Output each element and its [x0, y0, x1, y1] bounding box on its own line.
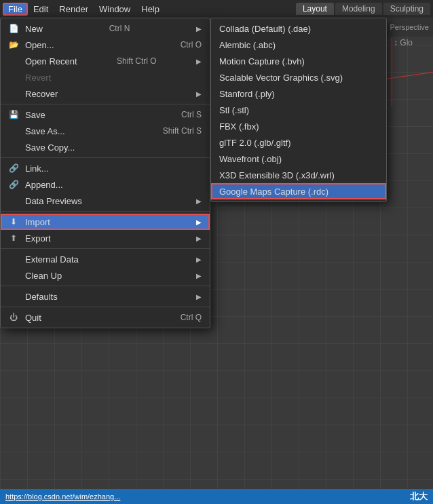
- import-alembic[interactable]: Alembic (.abc): [211, 37, 386, 53]
- status-bar: https://blog.csdn.net/wim/ezhang... 北大: [0, 489, 433, 504]
- separator-5: [1, 286, 210, 286]
- menu-file[interactable]: File: [3, 3, 28, 16]
- menu-item-defaults[interactable]: Defaults ▶: [1, 288, 210, 305]
- menu-item-revert[interactable]: Revert: [1, 69, 210, 85]
- separator-4: [1, 248, 210, 249]
- menu-help[interactable]: Help: [136, 3, 165, 16]
- menu-item-quit[interactable]: ⏻ Quit Ctrl Q: [1, 309, 210, 326]
- import-stl[interactable]: Stl (.stl): [211, 102, 386, 118]
- menu-item-export[interactable]: ⬆ Export ▶: [1, 230, 210, 246]
- menu-item-save-copy[interactable]: Save Copy...: [1, 139, 210, 155]
- import-google-maps[interactable]: Google Maps Capture (.rdc): [211, 183, 386, 199]
- import-x3d[interactable]: X3D Extensible 3D (.x3d/.wrl): [211, 167, 386, 183]
- doc-new-icon: 📄: [6, 24, 21, 33]
- menu-item-clean-up[interactable]: Clean Up ▶: [1, 267, 210, 284]
- import-icon: ⬇: [6, 217, 21, 227]
- separator-1: [1, 104, 210, 104]
- tab-sculpting[interactable]: Sculpting: [383, 3, 430, 15]
- import-submenu: Collada (Default) (.dae) Alembic (.abc) …: [210, 18, 387, 202]
- import-collada[interactable]: Collada (Default) (.dae): [211, 20, 386, 37]
- import-gltf[interactable]: glTF 2.0 (.glb/.gltf): [211, 134, 386, 151]
- import-fbx[interactable]: FBX (.fbx): [211, 118, 386, 134]
- menu-item-data-previews[interactable]: Data Previews ▶: [1, 193, 210, 209]
- menu-item-open-recent[interactable]: Open Recent Shift Ctrl O ▶: [1, 53, 210, 69]
- global-orientation-label: ↕ Glo: [394, 38, 413, 47]
- tab-modeling[interactable]: Modeling: [335, 3, 382, 15]
- red-line-vertical: [392, 38, 392, 106]
- save-icon: 💾: [6, 110, 21, 119]
- separator-3: [1, 211, 210, 212]
- watermark: 北大: [410, 490, 428, 503]
- status-bar-url[interactable]: https://blog.csdn.net/wim/ezhang...: [5, 492, 120, 501]
- import-svg[interactable]: Scalable Vector Graphics (.svg): [211, 69, 386, 85]
- menu-item-recover[interactable]: Recover ▶: [1, 85, 210, 102]
- menu-item-save-as[interactable]: Save As... Shift Ctrl S: [1, 123, 210, 139]
- menu-item-new[interactable]: 📄 New Ctrl N ▶: [1, 20, 210, 37]
- import-stanford[interactable]: Stanford (.ply): [211, 85, 386, 102]
- menu-item-append[interactable]: 🔗 Append...: [1, 176, 210, 193]
- menu-item-external-data[interactable]: External Data ▶: [1, 251, 210, 267]
- folder-open-icon: 📂: [6, 40, 21, 50]
- file-dropdown-menu: 📄 New Ctrl N ▶ 📂 Open... Ctrl O Open Rec…: [0, 18, 210, 328]
- tab-layout[interactable]: Layout: [296, 3, 334, 15]
- menu-item-import[interactable]: ⬇ Import ▶: [1, 214, 210, 230]
- menu-item-link[interactable]: 🔗 Link...: [1, 160, 210, 176]
- import-motion-capture[interactable]: Motion Capture (.bvh): [211, 53, 386, 69]
- menu-render[interactable]: Render: [54, 3, 94, 16]
- viewport-perspective-label: Perspective: [390, 23, 429, 31]
- quit-icon: ⏻: [6, 313, 21, 322]
- workspace-tabs: Layout Modeling Sculpting: [296, 3, 430, 15]
- menu-edit[interactable]: Edit: [28, 3, 54, 16]
- menu-window[interactable]: Window: [94, 3, 136, 16]
- menu-bar: File Edit Render Window Help Layout Mode…: [0, 0, 433, 18]
- menu-item-open[interactable]: 📂 Open... Ctrl O: [1, 37, 210, 53]
- menu-item-save[interactable]: 💾 Save Ctrl S: [1, 106, 210, 123]
- separator-6: [1, 307, 210, 307]
- export-icon: ⬆: [6, 233, 21, 243]
- import-wavefront[interactable]: Wavefront (.obj): [211, 151, 386, 167]
- separator-2: [1, 157, 210, 158]
- append-icon: 🔗: [6, 180, 21, 189]
- link-icon: 🔗: [6, 163, 21, 173]
